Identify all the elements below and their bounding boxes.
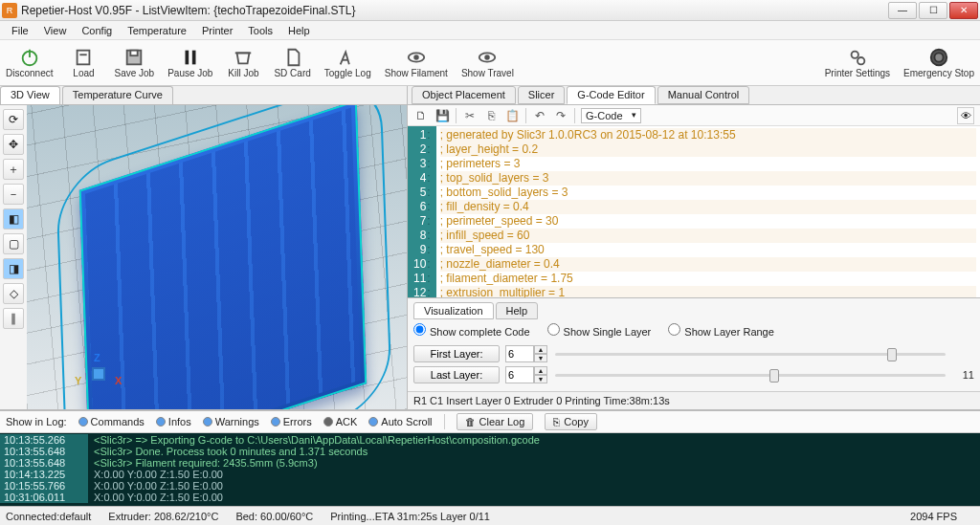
editor-status: R1 C1 Insert Layer 0 Extruder 0 Printing… [408,391,980,409]
first-layer-slider[interactable] [555,346,946,361]
last-layer-input[interactable] [505,366,534,383]
save-icon[interactable]: 💾 [434,108,450,123]
log-line: 10:15:55.766X:0.00 Y:0.00 Z:1.50 E:0.00 [0,480,980,492]
new-file-icon[interactable]: 🗋 [413,108,429,123]
statusbar: Connected:default Extruder: 208.62/210°C… [0,506,980,525]
tab-slicer[interactable]: Slicer [518,86,566,104]
window-title: Repetier-Host V0.95F - ListViewItem: {te… [21,4,886,17]
side-view-icon[interactable]: ◨ [3,258,24,279]
filter-commands[interactable]: Commands [78,416,145,427]
spin-up-icon[interactable]: ▲ [534,345,547,354]
togglelog-button[interactable]: Toggle Log [324,47,371,78]
redo-icon[interactable]: ↷ [553,108,568,123]
first-layer-button[interactable]: First Layer: [413,345,500,362]
log-line: 10:13:55.648<Slic3r> Filament required: … [0,457,980,469]
maximize-button[interactable]: ☐ [919,2,947,19]
left-pane: 3D View Temperature Curve ⟳ ✥ ＋ － ◧ ▢ ◨ … [0,86,408,409]
app-icon: R [2,3,17,18]
status-printing: Printing...ETA 31m:25s Layer 0/11 [330,511,893,522]
gcode-type-select[interactable]: G-Code [581,108,641,123]
menu-view[interactable]: View [36,23,75,38]
printersettings-button[interactable]: Printer Settings [825,47,890,78]
svg-point-13 [486,55,490,59]
status-bed: Bed: 60.00/60°C [235,511,313,522]
clear-log-button[interactable]: 🗑Clear Log [457,413,534,430]
right-tabs: Object Placement Slicer G-Code Editor Ma… [408,86,980,105]
load-button[interactable]: Load [66,47,100,78]
code-editor[interactable]: 123456789101112131415 ; generated by Sli… [408,126,980,297]
copy-icon[interactable]: ⎘ [483,108,499,123]
show-in-log-label: Show in Log: [6,416,67,427]
spin-down-icon[interactable]: ▼ [534,354,547,362]
parallel-proj-icon[interactable]: ∥ [3,308,24,329]
menu-printer[interactable]: Printer [194,23,240,38]
last-layer-slider[interactable] [555,367,946,383]
emergency-button[interactable]: Emergency Stop [903,47,974,78]
svg-point-14 [851,52,858,58]
radio-single-layer[interactable]: Show Single Layer [547,323,652,338]
last-layer-button[interactable]: Last Layer: [413,366,500,383]
cut-icon[interactable]: ✂ [462,108,478,123]
move-view-icon[interactable]: ✥ [3,134,24,155]
rotate-view-icon[interactable]: ⟳ [3,109,24,130]
top-view-icon[interactable]: ◇ [3,283,24,304]
front-view-icon[interactable]: ▢ [3,233,24,254]
main-toolbar: DisconnectLoadSave JobPause JobKill JobS… [0,40,980,86]
menu-config[interactable]: Config [74,23,120,38]
right-pane: Object Placement Slicer G-Code Editor Ma… [408,86,980,409]
titlebar: R Repetier-Host V0.95F - ListViewItem: {… [0,0,980,21]
svg-point-17 [934,53,943,61]
filter-infos[interactable]: Infos [156,416,191,427]
undo-icon[interactable]: ↶ [532,108,547,123]
killjob-button[interactable]: Kill Job [226,47,260,78]
menu-file[interactable]: File [4,23,36,38]
iso-view-icon[interactable]: ◧ [3,208,24,230]
menu-tools[interactable]: Tools [240,23,280,38]
menubar: FileViewConfigTemperaturePrinterToolsHel… [0,21,980,40]
savejob-button[interactable]: Save Job [114,47,154,78]
svg-rect-2 [78,51,90,65]
menu-temperature[interactable]: Temperature [120,23,194,38]
svg-rect-7 [192,51,196,65]
showfilament-button[interactable]: Show Filament [385,47,448,78]
tab-help[interactable]: Help [496,302,539,319]
radio-layer-range[interactable]: Show Layer Range [668,323,774,338]
svg-point-15 [858,57,864,64]
log-line: 10:31:06.011X:0.00 Y:0.00 Z:1.50 E:0.00 [0,492,980,503]
menu-help[interactable]: Help [280,23,318,38]
copy-icon: ⎘ [553,416,560,427]
radio-complete-code[interactable]: Show complete Code [413,323,530,338]
first-layer-input[interactable] [505,345,534,362]
disconnect-button[interactable]: Disconnect [6,47,53,78]
sdcard-button[interactable]: SD Card [274,47,310,78]
copy-log-button[interactable]: ⎘Copy [545,413,597,430]
zoom-out-icon[interactable]: － [3,184,24,205]
3d-viewport[interactable]: Z X Y [27,105,407,409]
status-connection: Connected:default [6,511,91,522]
paste-icon[interactable]: 📋 [504,108,520,123]
filter-errors[interactable]: Errors [271,416,312,427]
tab-visualization[interactable]: Visualization [413,302,494,319]
visualization-panel: Visualization Help Show complete Code Sh… [408,297,980,391]
visibility-icon[interactable]: 👁 [957,107,974,124]
log-output[interactable]: 10:13:55.266<Slic3r> => Exporting G-code… [0,433,980,506]
filter-warnings[interactable]: Warnings [203,416,259,427]
filter-ack[interactable]: ACK [323,416,358,427]
tab-manual-control[interactable]: Manual Control [657,86,750,104]
minimize-button[interactable]: — [888,2,917,19]
tab-temperature-curve[interactable]: Temperature Curve [62,86,173,104]
tab-gcode-editor[interactable]: G-Code Editor [567,86,655,104]
log-line: 10:13:55.648<Slic3r> Done. Process took … [0,446,980,457]
showtravel-button[interactable]: Show Travel [461,47,514,78]
tab-3dview[interactable]: 3D View [0,86,60,104]
filter-autoscroll[interactable]: Auto Scroll [368,416,432,427]
zoom-in-icon[interactable]: ＋ [3,159,24,180]
tab-object-placement[interactable]: Object Placement [412,86,516,104]
spin-up-icon[interactable]: ▲ [534,366,547,375]
svg-rect-6 [185,51,189,65]
close-button[interactable]: ✕ [949,2,978,19]
spin-down-icon[interactable]: ▼ [534,375,547,383]
status-fps: 2094 FPS [910,511,957,522]
editor-toolbar: 🗋 💾 ✂ ⎘ 📋 ↶ ↷ G-Code 👁 [408,105,980,126]
pausejob-button[interactable]: Pause Job [167,47,212,78]
